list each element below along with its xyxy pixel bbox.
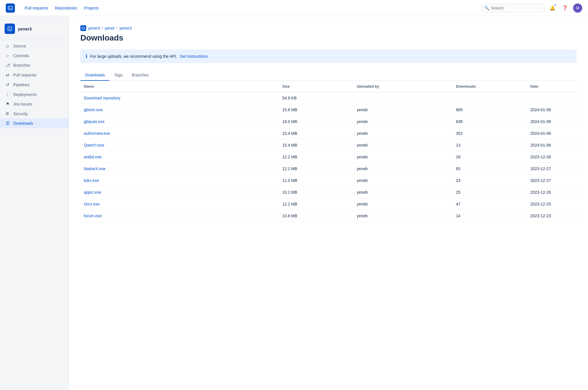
sidebar-item-label-pipelines: Pipelines	[13, 82, 30, 87]
cell-downloads: 13	[452, 139, 527, 151]
sidebar-item-jira-issues[interactable]: ⚑ Jira issues	[0, 99, 69, 109]
nav-projects[interactable]: Projects	[81, 4, 102, 12]
sidebar-item-label-security: Security	[13, 112, 28, 116]
col-header-uploaded-by: Uploaded by	[353, 81, 452, 92]
sidebar-item-branches[interactable]: ⎇ Branches	[0, 60, 69, 70]
table-row: QwertY.exe15.4 MByeneb132024-01-06	[80, 139, 577, 151]
breadcrumb-sep-0: /	[102, 26, 103, 30]
breadcrumb-part-0[interactable]: yener3	[88, 26, 100, 30]
sidebar-item-label-commits: Commits	[13, 53, 29, 58]
page-title: Downloads	[80, 33, 577, 43]
cell-downloads: 14	[452, 210, 527, 222]
sidebar-item-label-branches: Branches	[13, 63, 30, 68]
topnav: Pull requests Repositories Projects 🔍 🔔 …	[0, 0, 588, 16]
help-button[interactable]: ❓	[560, 3, 570, 13]
sidebar: yener3 ◇ Source ○ Commits ⎇ Branches ⇄ P…	[0, 16, 69, 390]
notifications-button[interactable]: 🔔	[548, 3, 557, 13]
file-link[interactable]: gbrem.exe	[84, 107, 103, 112]
cell-size: 54.6 KB	[279, 92, 353, 104]
table-row: gbquas.exe18.0 MByeneb6382024-01-08	[80, 116, 577, 128]
tab-tags[interactable]: Tags	[109, 70, 127, 81]
col-header-date: Date	[527, 81, 577, 92]
file-link[interactable]: QwertY.exe	[84, 143, 104, 147]
sidebar-item-security[interactable]: ⛨ Security	[0, 109, 69, 118]
file-link[interactable]: Oxcr.exe	[84, 202, 100, 206]
cell-size: 10.1 MB	[279, 187, 353, 198]
col-header-size: Size	[279, 81, 353, 92]
sidebar-item-deployments[interactable]: ↑ Deployments	[0, 90, 69, 99]
cell-date: 2024-01-08	[527, 116, 577, 128]
nav-pull-requests[interactable]: Pull requests	[22, 4, 51, 12]
cell-uploaded-by: yeneb	[353, 187, 452, 198]
cell-name: gbquas.exe	[80, 116, 279, 128]
file-link[interactable]: authornew.exe	[84, 131, 110, 136]
file-link[interactable]: forum.exe	[84, 214, 102, 218]
sidebar-repo: yener3	[0, 21, 69, 39]
file-link[interactable]: appcr.exe	[84, 190, 101, 195]
table-row: antbd.exe12.2 MByeneb292023-12-28	[80, 151, 577, 163]
logo[interactable]	[6, 3, 15, 13]
cell-uploaded-by: yeneb	[353, 175, 452, 187]
cell-name: appcr.exe	[80, 187, 279, 198]
cell-uploaded-by: yeneb	[353, 163, 452, 175]
breadcrumb-sep-1: /	[117, 26, 118, 30]
pull-requests-icon: ⇄	[5, 72, 10, 78]
cell-date: 2023-12-23	[527, 210, 577, 222]
tab-downloads[interactable]: Downloads	[80, 70, 109, 81]
cell-name: NativeX.exe	[80, 163, 279, 175]
cell-date: 2024-01-08	[527, 104, 577, 116]
sidebar-item-pipelines[interactable]: ↺ Pipelines	[0, 80, 69, 90]
cell-date: 2024-01-06	[527, 139, 577, 151]
sidebar-item-commits[interactable]: ○ Commits	[0, 51, 69, 60]
cell-name: gbrem.exe	[80, 104, 279, 116]
search-input[interactable]	[491, 6, 541, 10]
jira-issues-icon: ⚑	[5, 101, 10, 107]
breadcrumb-part-1[interactable]: yener	[105, 26, 115, 30]
pipelines-icon: ↺	[5, 82, 10, 87]
cell-name: authornew.exe	[80, 128, 279, 139]
sidebar-item-source[interactable]: ◇ Source	[0, 41, 69, 51]
cell-date: 2024-01-06	[527, 128, 577, 139]
tab-branches[interactable]: Branches	[127, 70, 153, 81]
info-link[interactable]: Get instructions	[180, 54, 208, 59]
cell-name: Download repository	[80, 92, 279, 104]
avatar[interactable]: U	[573, 3, 582, 13]
file-link[interactable]: antbd.exe	[84, 155, 102, 159]
source-icon: ◇	[5, 43, 10, 49]
file-link[interactable]: gbquas.exe	[84, 119, 105, 124]
cell-uploaded-by: yeneb	[353, 198, 452, 210]
topnav-links: Pull requests Repositories Projects	[22, 4, 101, 12]
cell-date: 2023-12-28	[527, 151, 577, 163]
sidebar-item-downloads[interactable]: ☰ Downloads	[0, 118, 69, 128]
topnav-right: 🔍 🔔 ❓ U	[481, 3, 582, 13]
search-box[interactable]: 🔍	[481, 4, 544, 12]
cell-date: 2023-12-25	[527, 198, 577, 210]
file-link[interactable]: bdcr.exe	[84, 178, 99, 183]
file-link[interactable]: NativeX.exe	[84, 166, 105, 171]
cell-size: 10.6 MB	[279, 210, 353, 222]
cell-uploaded-by: yeneb	[353, 128, 452, 139]
commits-icon: ○	[5, 53, 10, 58]
svg-rect-0	[8, 6, 13, 10]
sidebar-item-label-pull-requests: Pull requests	[13, 73, 36, 77]
nav-repositories[interactable]: Repositories	[52, 4, 80, 12]
sidebar-item-pull-requests[interactable]: ⇄ Pull requests	[0, 70, 69, 80]
sidebar-item-label-deployments: Deployments	[13, 92, 37, 97]
cell-uploaded-by	[353, 92, 452, 104]
deployments-icon: ↑	[5, 92, 10, 97]
svg-rect-4	[82, 27, 85, 29]
file-link[interactable]: Download repository	[84, 96, 121, 100]
cell-uploaded-by: yeneb	[353, 104, 452, 116]
cell-size: 12.2 MB	[279, 198, 353, 210]
breadcrumb-icon	[80, 25, 86, 31]
sidebar-divider	[0, 40, 69, 40]
cell-downloads: 352	[452, 128, 527, 139]
table-row: Oxcr.exe12.2 MByeneb472023-12-25	[80, 198, 577, 210]
cell-date	[527, 92, 577, 104]
cell-name: antbd.exe	[80, 151, 279, 163]
cell-date: 2023-12-27	[527, 163, 577, 175]
breadcrumb-part-2[interactable]: yener3	[119, 26, 132, 30]
table-row: forum.exe10.6 MByeneb142023-12-23	[80, 210, 577, 222]
cell-size: 12.1 MB	[279, 163, 353, 175]
downloads-table: Name Size Uploaded by Downloads Date Dow…	[80, 81, 577, 222]
